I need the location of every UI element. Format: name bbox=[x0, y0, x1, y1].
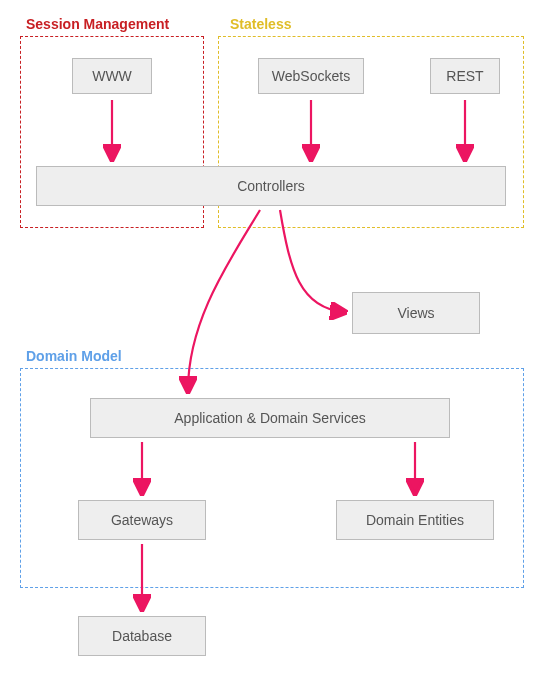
node-gateways: Gateways bbox=[78, 500, 206, 540]
node-www: WWW bbox=[72, 58, 152, 94]
arrow-controllers-to-app-services bbox=[188, 210, 260, 390]
diagram-canvas: Session Management Stateless Domain Mode… bbox=[0, 0, 545, 685]
node-rest: REST bbox=[430, 58, 500, 94]
stateless-label: Stateless bbox=[230, 16, 291, 32]
node-views: Views bbox=[352, 292, 480, 334]
node-controllers: Controllers bbox=[36, 166, 506, 206]
node-app-services: Application & Domain Services bbox=[90, 398, 450, 438]
node-websockets: WebSockets bbox=[258, 58, 364, 94]
node-domain-entities: Domain Entities bbox=[336, 500, 494, 540]
session-management-label: Session Management bbox=[26, 16, 169, 32]
domain-model-label: Domain Model bbox=[26, 348, 122, 364]
node-database: Database bbox=[78, 616, 206, 656]
